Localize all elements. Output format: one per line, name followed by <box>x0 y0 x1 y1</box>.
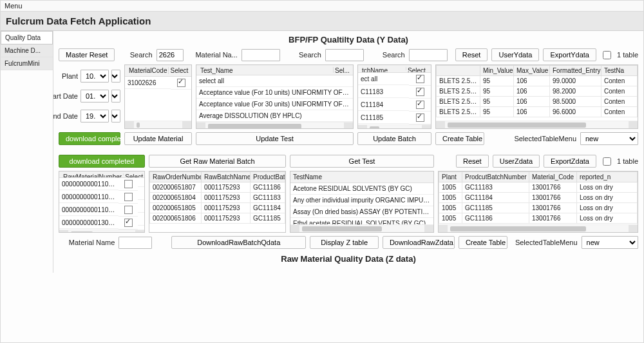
test-row[interactable]: Acceptance value (For 30 units) UNIFORMI… <box>196 99 353 110</box>
batch-select-checkbox[interactable] <box>416 88 424 96</box>
material-name-input[interactable] <box>118 237 152 249</box>
table-row[interactable]: BLETS 2.5 mg9510699.0000Conten <box>437 76 638 86</box>
tab-machine-d[interactable]: Machine D... <box>1 44 53 57</box>
min-value-header[interactable]: Min_Value <box>480 66 514 76</box>
selected-table-menu-z[interactable]: new <box>582 236 638 249</box>
material-code-header[interactable]: Material_Code <box>529 172 577 182</box>
rawmat-number-cell[interactable]: 000000000011003323 <box>59 204 118 216</box>
table-row[interactable]: 1005GC1118513001766Loss on dry <box>439 203 638 213</box>
test-row[interactable]: Acetone RESIDUAL SOLVENTS (BY GC) <box>290 183 433 195</box>
user-ydata-button[interactable]: UserYdata <box>491 48 539 61</box>
table-row[interactable]: BLETS 2.5 mg9510698.5000Conten <box>437 97 638 107</box>
rawmat-select-header[interactable]: Select <box>124 173 143 175</box>
table-row[interactable]: 0020006518050001175293GC11184 <box>150 203 285 213</box>
update-material-button[interactable]: Update Material <box>124 132 192 145</box>
hscroll[interactable] <box>436 121 638 128</box>
search4-input[interactable] <box>409 49 448 61</box>
reset-z-button[interactable]: Reset <box>456 155 489 168</box>
materialcode-header[interactable]: MaterialCode <box>128 67 169 74</box>
hscroll[interactable] <box>125 121 191 128</box>
table-row[interactable]: 1005GC1118413001766Loss on dry <box>439 193 638 203</box>
table-row[interactable]: 0020006518070001175293GC11186 <box>150 182 285 193</box>
testname-col-header[interactable]: TestName <box>290 172 433 183</box>
batch-select-checkbox[interactable] <box>416 101 424 109</box>
hscroll[interactable] <box>196 122 353 128</box>
batch-name-cell[interactable]: ect all <box>358 74 409 85</box>
hscroll[interactable] <box>290 224 433 232</box>
create-table-y-button[interactable]: Create Table <box>435 132 484 145</box>
test-row[interactable]: select all <box>196 75 353 87</box>
test-row[interactable]: Acceptance value (For 10 units) UNIFORMI… <box>196 87 353 99</box>
table-row[interactable]: BLETS 2.5 mg9510696.6000Conten <box>437 107 638 117</box>
productbatchnumber-header[interactable]: ProdcutBatchNumber <box>462 172 529 182</box>
table-row[interactable]: 1005GC1118613001766Loss on dry <box>439 213 638 224</box>
download-raw-batch-qdata-button[interactable]: DownloadRawBatchQdata <box>171 236 306 249</box>
create-table-z-button[interactable]: Create Table <box>459 236 507 249</box>
one-table-z-checkbox[interactable] <box>603 157 611 166</box>
batch-select-checkbox[interactable] <box>416 75 424 83</box>
table-row[interactable]: 1005GC1118313001766Loss on dry <box>439 182 638 193</box>
test-row[interactable]: Average DISSOLUTION (BY HPLC) <box>196 110 353 122</box>
user-zdata-button[interactable]: UserZdata <box>493 155 540 168</box>
batchname-header[interactable]: tchName <box>361 67 406 70</box>
plant-dd-extra[interactable] <box>111 70 120 83</box>
selected-table-menu-y[interactable]: new <box>580 132 638 145</box>
reported-n-header[interactable]: reported_n <box>577 172 638 182</box>
table-row[interactable]: 0020006518060001175293GC11185 <box>150 213 285 224</box>
batch-select-header[interactable]: Select <box>406 67 428 70</box>
productbatch-header[interactable]: ProductBatc <box>251 172 285 182</box>
hscroll[interactable] <box>439 224 638 232</box>
plant-header[interactable]: Plant <box>439 172 462 182</box>
start-date-dd-extra[interactable] <box>111 90 120 103</box>
testna-header[interactable]: TestNa <box>601 66 638 76</box>
export-zdata-button[interactable]: ExportZdata <box>544 155 596 168</box>
update-test-button[interactable]: Update Test <box>196 132 354 145</box>
rawbatchname-header[interactable]: RawBatchName <box>202 172 251 182</box>
batch-name-cell[interactable]: C11183 <box>358 86 409 98</box>
table-row[interactable]: BLETS 2.5 mg9510698.2000Conten <box>437 86 638 97</box>
rawordernumber-header[interactable]: RawOrderNumber <box>150 172 202 182</box>
batch-name-cell[interactable]: C11184 <box>358 99 409 111</box>
get-raw-material-batch-button[interactable]: Get Raw Material Batch <box>149 155 286 168</box>
rawmat-select-checkbox[interactable] <box>124 206 133 214</box>
batch-select-checkbox[interactable] <box>416 113 424 122</box>
get-test-button[interactable]: Get Test <box>290 155 434 168</box>
testname-header[interactable]: Test_Name <box>199 67 334 73</box>
tab-quality-data[interactable]: Quality Data <box>1 31 53 44</box>
download-raw-zdata-button[interactable]: DownloadRawZdata <box>383 236 455 249</box>
search3-input[interactable] <box>325 49 364 61</box>
max-value-header[interactable]: Max_Value <box>514 66 550 76</box>
rawmat-select-checkbox[interactable] <box>124 180 133 188</box>
col0-header[interactable] <box>437 66 480 76</box>
rawmat-select-checkbox[interactable] <box>124 219 133 227</box>
material-code-cell[interactable]: 31002626 <box>125 77 171 89</box>
table-row[interactable]: 0020006518040001175293GC11183 <box>150 193 285 203</box>
batch-name-cell[interactable]: C11185 <box>358 112 409 124</box>
material-select-checkbox[interactable] <box>177 79 185 87</box>
test-row[interactable]: Assay (On dried basis) ASSAY (BY POTENTI… <box>290 206 433 218</box>
rawmaterialnumber-header[interactable]: RawMaterialNumber <box>62 173 124 175</box>
menu-item[interactable]: Menu <box>5 2 23 10</box>
sel-header[interactable]: Sel... <box>334 67 350 73</box>
formatted-entry-header[interactable]: Formatted_Entry <box>550 66 601 76</box>
hscroll[interactable] <box>59 230 144 232</box>
rawmat-number-cell[interactable]: 000000000011003256 <box>59 191 118 203</box>
master-reset-button[interactable]: Master Reset <box>59 48 115 61</box>
end-date-select[interactable]: 19... <box>80 110 109 122</box>
select-header[interactable]: Select <box>169 67 189 74</box>
update-batch-button[interactable]: Update Batch <box>357 132 431 145</box>
rawmat-number-cell[interactable]: 000000000013001766 <box>59 217 118 229</box>
start-date-select[interactable]: 01... <box>80 90 109 103</box>
export-ydata-button[interactable]: ExportYdata <box>543 48 596 61</box>
search1-input[interactable] <box>156 49 184 61</box>
test-row[interactable]: Any other individual impurity ORGANIC IM… <box>290 195 433 206</box>
hscroll[interactable] <box>358 124 431 128</box>
test-row[interactable]: Ethyl acetate RESIDUAL SOLVENTS (BY GC) <box>290 218 433 224</box>
rawmat-number-cell[interactable]: 000000000011003202 <box>59 179 118 190</box>
reset-y-button[interactable]: Reset <box>455 48 488 61</box>
rawmat-select-checkbox[interactable] <box>124 193 133 201</box>
display-z-table-button[interactable]: Display Z table <box>310 236 378 249</box>
tab-fulcrummini[interactable]: FulcrumMini <box>1 57 53 70</box>
plant-select[interactable]: 10... <box>80 70 109 83</box>
end-date-dd-extra[interactable] <box>111 110 120 122</box>
